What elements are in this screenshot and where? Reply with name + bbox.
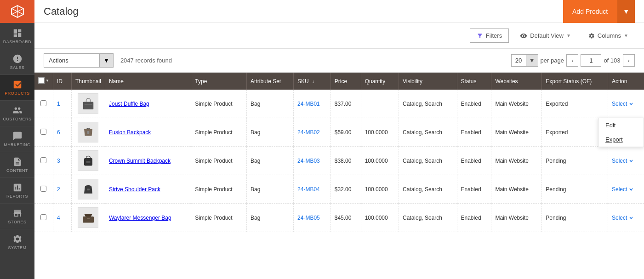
row-action-select-btn[interactable]: Select	[612, 101, 633, 107]
row-attribute-set-cell: Bag	[247, 147, 294, 175]
sidebar-item-sales[interactable]: SALES	[0, 49, 34, 74]
row-id-link[interactable]: 4	[57, 215, 60, 221]
actions-select-input[interactable]: Actions	[44, 54, 99, 67]
row-name-link[interactable]: Joust Duffle Bag	[109, 101, 149, 107]
row-id-link[interactable]: 6	[57, 129, 60, 136]
select-chevron-icon	[629, 187, 633, 192]
svg-rect-5	[87, 188, 90, 190]
add-product-button[interactable]: Add Product ▼	[563, 0, 635, 23]
sidebar-item-reports[interactable]: REPORTS	[0, 177, 34, 203]
th-visibility[interactable]: Visibility	[399, 73, 457, 90]
row-id-link[interactable]: 2	[57, 186, 60, 193]
row-attribute-set-cell: Bag	[247, 118, 294, 147]
table-header-row: ▼ ID Thumbnail Name Type Attribute Set S…	[34, 73, 644, 90]
actions-select-arrow[interactable]: ▼	[99, 54, 113, 67]
next-page-button[interactable]: ›	[623, 54, 635, 67]
filters-button[interactable]: Filters	[470, 28, 509, 43]
sidebar-item-dashboard[interactable]: DASHBOARD	[0, 23, 34, 49]
svg-rect-6	[83, 216, 94, 223]
products-table: ▼ ID Thumbnail Name Type Attribute Set S…	[34, 73, 644, 232]
th-websites[interactable]: Websites	[491, 73, 542, 90]
th-price[interactable]: Price	[331, 73, 361, 90]
row-checkbox[interactable]	[40, 214, 46, 220]
th-quantity[interactable]: Quantity	[361, 73, 399, 90]
default-view-button[interactable]: Default View ▼	[513, 29, 577, 43]
th-attribute-set[interactable]: Attribute Set	[247, 73, 294, 90]
sidebar-item-system[interactable]: SYSTEM	[0, 229, 34, 255]
sidebar-item-customers[interactable]: CUSTOMERS	[0, 100, 34, 126]
row-checkbox-cell	[34, 175, 53, 204]
per-page-select[interactable]: 20 30 50 ▼	[511, 54, 538, 67]
row-checkbox-cell	[34, 118, 53, 147]
per-page-arrow[interactable]: ▼	[526, 55, 538, 66]
row-type-cell: Simple Product	[191, 175, 247, 204]
sidebar-item-products[interactable]: PRODUCTS	[0, 74, 34, 100]
row-name-link[interactable]: Wayfarer Messenger Bag	[109, 215, 171, 221]
sidebar-item-products-label: PRODUCTS	[5, 91, 30, 96]
row-checkbox-cell	[34, 204, 53, 232]
table-row: 3 Crown Summit Backpack Simple Product B…	[34, 147, 644, 175]
th-id[interactable]: ID	[53, 73, 71, 90]
th-export-status[interactable]: Export Status (OF)	[542, 73, 608, 90]
row-price-cell: $32.00	[331, 175, 361, 204]
row-export-status-cell: Pending	[542, 175, 608, 204]
row-name-link[interactable]: Fusion Backpack	[109, 129, 151, 136]
row-checkbox[interactable]	[40, 157, 46, 163]
row-sku-cell: 24-MB05	[294, 204, 331, 232]
action-export-item[interactable]: Export	[598, 132, 644, 147]
sidebar-item-content[interactable]: CONTENT	[0, 152, 34, 177]
action-edit-item[interactable]: Edit	[598, 118, 644, 132]
row-action-select-btn[interactable]: Select	[612, 186, 633, 193]
row-action-select-btn[interactable]: Select	[612, 158, 633, 164]
row-id-link[interactable]: 1	[57, 101, 60, 107]
row-id-cell: 3	[53, 147, 71, 175]
row-action-select-btn[interactable]: Select	[612, 215, 633, 221]
row-checkbox[interactable]	[40, 129, 46, 135]
row-checkbox-cell	[34, 147, 53, 175]
eye-icon	[520, 32, 527, 40]
prev-page-button[interactable]: ‹	[566, 54, 578, 67]
row-action-cell: Select	[608, 175, 644, 204]
row-export-status-cell: Pending	[542, 147, 608, 175]
columns-label: Columns	[598, 32, 621, 39]
row-name-link[interactable]: Strive Shoulder Pack	[109, 186, 160, 193]
page-number-input[interactable]	[581, 54, 601, 67]
records-count: 2047 records found	[120, 57, 172, 64]
row-price-cell: $59.00	[331, 118, 361, 147]
per-page-input[interactable]: 20 30 50	[512, 55, 526, 66]
row-thumbnail-cell	[71, 147, 105, 175]
row-type-cell: Simple Product	[191, 90, 247, 118]
actions-left: Actions ▼ 2047 records found	[44, 53, 172, 68]
row-type-cell: Simple Product	[191, 147, 247, 175]
page-header: Catalog Add Product ▼	[34, 0, 644, 23]
th-status[interactable]: Status	[457, 73, 491, 90]
select-all-chevron[interactable]: ▼	[46, 79, 49, 83]
sidebar-logo[interactable]	[0, 0, 34, 23]
th-sku[interactable]: SKU ↓	[294, 73, 331, 90]
row-id-link[interactable]: 3	[57, 158, 60, 164]
row-attribute-set-cell: Bag	[247, 175, 294, 204]
add-product-label[interactable]: Add Product	[563, 0, 617, 23]
th-type[interactable]: Type	[191, 73, 247, 90]
row-sku-cell: 24-MB03	[294, 147, 331, 175]
sidebar-item-marketing[interactable]: MARKETING	[0, 126, 34, 152]
row-name-cell: Strive Shoulder Pack	[105, 175, 191, 204]
svg-rect-0	[83, 102, 94, 109]
th-name[interactable]: Name	[105, 73, 191, 90]
row-status-cell: Enabled	[457, 175, 491, 204]
main-content: Catalog Add Product ▼ Filters Default Vi…	[34, 0, 644, 279]
per-page-label: per page	[541, 57, 564, 64]
sidebar-item-stores[interactable]: STORES	[0, 203, 34, 229]
row-visibility-cell: Catalog, Search	[399, 147, 457, 175]
row-checkbox[interactable]	[40, 186, 46, 192]
columns-button[interactable]: Columns ▼	[582, 29, 635, 42]
row-name-link[interactable]: Crown Summit Backpack	[109, 158, 171, 164]
add-product-dropdown-arrow[interactable]: ▼	[617, 0, 635, 23]
row-checkbox[interactable]	[40, 100, 46, 106]
row-visibility-cell: Catalog, Search	[399, 90, 457, 118]
th-select-all[interactable]: ▼	[34, 73, 53, 90]
row-action-cell: Select Edit Export	[608, 90, 644, 118]
select-chevron-icon	[629, 216, 633, 220]
select-all-checkbox[interactable]	[38, 77, 45, 84]
actions-dropdown[interactable]: Actions ▼	[44, 53, 114, 68]
